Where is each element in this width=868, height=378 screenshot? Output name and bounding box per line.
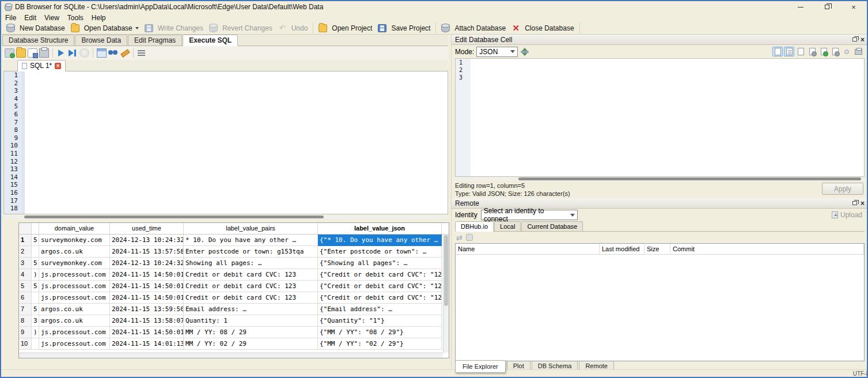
- revert-changes-button[interactable]: Revert Changes: [206, 23, 275, 33]
- tab-execute-sql[interactable]: Execute SQL: [183, 35, 238, 46]
- table-row[interactable]: 10 js.processout.com 2024-11-15 14:01:13…: [19, 338, 449, 350]
- edit-sql-icon[interactable]: [120, 48, 130, 58]
- menu-item[interactable]: File: [1, 13, 20, 22]
- set-null-icon[interactable]: [842, 47, 852, 56]
- column-header-domain-value[interactable]: domain_value: [39, 223, 110, 234]
- column-header-label-value-pairs[interactable]: label_value_pairs: [184, 223, 318, 234]
- execute-current-line-icon[interactable]: [68, 48, 78, 58]
- table-row[interactable]: 1 5 surveymonkey.com 2024-12-13 10:24:32…: [19, 235, 449, 246]
- cell-info: Editing row=1, column=5 Type: Valid JSON…: [455, 182, 865, 198]
- cell-editor-hscrollbar[interactable]: [455, 177, 865, 181]
- remote-tab-local[interactable]: Local: [494, 221, 521, 231]
- results-hscrollbar[interactable]: [19, 353, 443, 358]
- sql-line: 9 autofill_edge_field_values: [4, 134, 448, 142]
- export-cell-icon[interactable]: [830, 47, 840, 56]
- column-header-last-modified[interactable]: Last modified: [600, 244, 645, 254]
- sql-editor[interactable]: 1 SELECT 2 autofill_edge_field_client_in…: [3, 71, 448, 214]
- sql-line: 15 autofill_edge_field_client_info.form_…: [4, 181, 448, 189]
- open-database-button[interactable]: Open Database: [68, 23, 142, 33]
- dock-tab-file-explorer[interactable]: File Explorer: [455, 360, 506, 373]
- identity-select[interactable]: Select an identity to connect: [481, 210, 578, 220]
- open-results-window-icon[interactable]: [97, 48, 107, 58]
- close-button[interactable]: ×: [840, 1, 867, 13]
- statusbar: UTF-8: [1, 369, 867, 377]
- close-database-button[interactable]: ✕Close Database: [509, 23, 577, 33]
- formatted-view-icon[interactable]: [784, 47, 794, 56]
- results-vscrollbar[interactable]: [443, 235, 449, 353]
- menu-item[interactable]: Help: [88, 13, 110, 22]
- mode-select[interactable]: JSON: [476, 47, 518, 57]
- column-header-label-value-json[interactable]: label_value_json: [318, 223, 442, 234]
- find-replace-icon[interactable]: [108, 48, 118, 58]
- print-sql-icon[interactable]: [39, 48, 49, 58]
- copy-cell-icon[interactable]: [795, 47, 806, 56]
- save-sql-file-icon[interactable]: [28, 48, 37, 58]
- save-project-button[interactable]: Save Project: [375, 23, 433, 33]
- toolbar-button-icon: [441, 24, 450, 32]
- remote-title: Remote: [455, 199, 479, 207]
- undo-button[interactable]: ↶Undo: [275, 23, 311, 33]
- titlebar: DB Browser for SQLite - C:\Users\admin\A…: [1, 1, 867, 13]
- menu-item[interactable]: View: [40, 13, 63, 22]
- table-row[interactable]: 9 ) js.processout.com 2024-11-15 14:50:0…: [19, 327, 449, 338]
- open-project-button[interactable]: Open Project: [316, 23, 375, 33]
- apply-button[interactable]: Apply: [822, 183, 863, 195]
- toolbar-button-icon: [145, 24, 153, 32]
- table-row[interactable]: 7 5 argos.co.uk 2024-11-15 13:59:50 Emai…: [19, 304, 449, 315]
- close-sql-tab-icon[interactable]: ×: [55, 63, 61, 69]
- open-sql-file-icon[interactable]: [16, 48, 26, 58]
- main-tab-bar: Database StructureBrowse DataEdit Pragma…: [2, 35, 448, 46]
- table-row[interactable]: 2 argos.co.uk 2024-11-15 13:57:58 Enter …: [19, 246, 449, 258]
- toolbar-button-icon: [6, 24, 15, 32]
- tab-database-structure[interactable]: Database Structure: [2, 35, 74, 46]
- table-row[interactable]: 6 js.processout.com 2024-11-15 14:50:01 …: [19, 292, 449, 304]
- table-row[interactable]: 5 5 js.processout.com 2024-11-15 14:50:0…: [19, 281, 449, 292]
- cell-editor[interactable]: 1 2 "* 10. Do: [455, 58, 865, 177]
- table-row[interactable]: 4 ) js.processout.com 2024-11-15 14:50:0…: [19, 269, 449, 281]
- column-header-size[interactable]: Size: [645, 244, 670, 254]
- app-window: DB Browser for SQLite - C:\Users\admin\A…: [0, 0, 868, 378]
- refresh-icon[interactable]: ⇄: [456, 233, 463, 242]
- sql-tab-1[interactable]: SQL 1* ×: [17, 60, 66, 71]
- mode-label: Mode:: [455, 48, 474, 56]
- column-header-hidden[interactable]: [32, 223, 39, 234]
- sql-editor-hscrollbar[interactable]: [3, 215, 448, 219]
- table-row[interactable]: 3 5 surveymonkey.com 2024-12-13 10:24:32…: [19, 258, 449, 269]
- upload-button[interactable]: Upload: [832, 211, 862, 219]
- write-changes-button[interactable]: Write Changes: [142, 23, 206, 33]
- format-sql-icon[interactable]: [137, 48, 147, 58]
- sql-line: 11 autofill_edge_field_client_info: [4, 150, 448, 158]
- table-row[interactable]: 8 3 argos.co.uk 2024-11-15 13:58:07 Quan…: [19, 315, 449, 327]
- remote-tab-current-database[interactable]: Current Database: [521, 221, 583, 231]
- tab-browse-data[interactable]: Browse Data: [75, 35, 127, 46]
- stop-execution-icon[interactable]: [79, 48, 89, 58]
- new-sql-tab-icon[interactable]: [5, 48, 14, 58]
- restore-button[interactable]: [814, 1, 840, 13]
- print-cell-icon[interactable]: [853, 47, 863, 56]
- minimize-button[interactable]: [787, 1, 814, 13]
- clone-database-icon[interactable]: [466, 234, 473, 241]
- tab-edit-pragmas[interactable]: Edit Pragmas: [128, 35, 182, 46]
- chevron-down-icon: [510, 50, 515, 53]
- cell-editor-line: 1: [456, 59, 864, 66]
- new-database-button[interactable]: New Database: [3, 23, 68, 33]
- text-view-icon[interactable]: [772, 47, 783, 56]
- column-header-commit[interactable]: Commit: [670, 244, 864, 254]
- close-panel-icon[interactable]: ×: [861, 201, 865, 206]
- edit-cell-title: Edit Database Cell: [455, 36, 512, 44]
- execute-all-icon[interactable]: [56, 48, 66, 58]
- encoding-indicator[interactable]: UTF-8: [853, 371, 867, 377]
- column-header-used-time[interactable]: used_time: [110, 223, 184, 234]
- float-panel-icon[interactable]: [852, 201, 857, 205]
- remote-tab-dbhubio[interactable]: DBHub.io: [455, 221, 494, 232]
- auto-format-icon[interactable]: [520, 47, 529, 56]
- save-cell-icon[interactable]: [807, 47, 817, 56]
- import-cell-icon[interactable]: [818, 47, 829, 56]
- menu-item[interactable]: Tools: [63, 13, 88, 22]
- close-panel-icon[interactable]: ×: [861, 37, 865, 43]
- column-header-name[interactable]: Name: [456, 244, 600, 254]
- attach-database-button[interactable]: Attach Database: [438, 23, 509, 33]
- sql-line: 4 autofill_edge_field_client_info.domain…: [4, 95, 448, 103]
- menu-item[interactable]: Edit: [20, 13, 40, 22]
- float-panel-icon[interactable]: [852, 37, 857, 41]
